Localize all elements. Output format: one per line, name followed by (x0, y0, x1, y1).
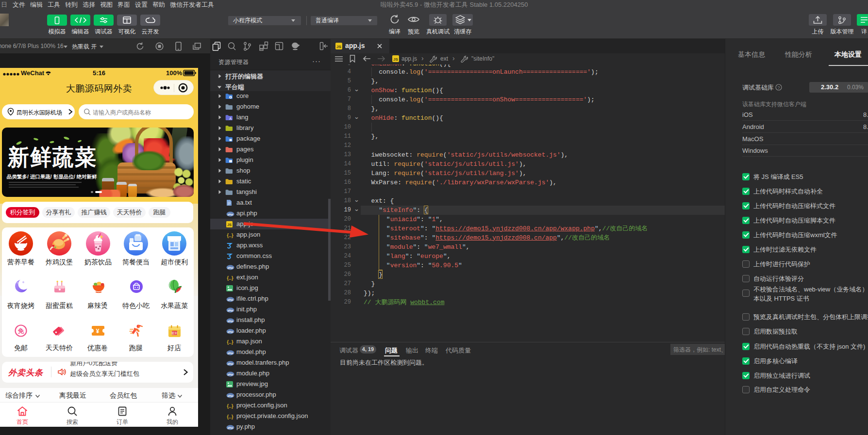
svg-text:php: php (228, 372, 234, 376)
svg-text:{..}: {..} (227, 414, 233, 419)
svg-text:php: php (228, 308, 234, 312)
svg-text:php: php (228, 362, 234, 365)
svg-text:php: php (228, 426, 234, 429)
svg-text:{..}: {..} (227, 339, 233, 345)
svg-text:JS: JS (227, 223, 232, 227)
svg-text:免: 免 (18, 327, 25, 335)
svg-text:JS: JS (393, 57, 398, 62)
svg-text:¥: ¥ (96, 328, 100, 335)
svg-text:签到: 签到 (171, 331, 178, 335)
svg-text:php: php (228, 212, 234, 216)
svg-text:php: php (228, 351, 234, 354)
svg-text:{..}: {..} (227, 403, 233, 409)
svg-text:php: php (228, 266, 234, 269)
svg-text:{..}: {..} (227, 233, 233, 238)
svg-text:A: A (229, 117, 232, 120)
svg-text:JS: JS (336, 45, 341, 49)
svg-text:?: ? (777, 85, 780, 90)
svg-text:php: php (228, 330, 234, 333)
svg-text:php: php (228, 298, 234, 301)
svg-text:php: php (228, 319, 234, 322)
svg-text:{..}: {..} (227, 275, 233, 281)
svg-text:php: php (228, 394, 234, 397)
